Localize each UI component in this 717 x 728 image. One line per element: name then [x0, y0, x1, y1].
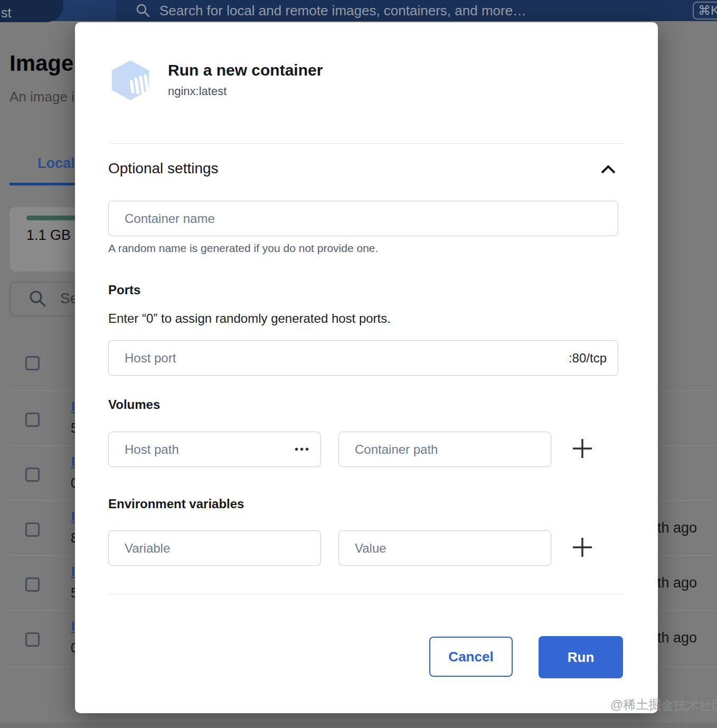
row-checkbox[interactable]: [25, 356, 40, 370]
dialog-title: Run a new container: [168, 61, 323, 79]
browse-host-path-button[interactable]: •••: [295, 432, 310, 466]
container-name-input[interactable]: [108, 201, 618, 236]
chevron-up-icon: [600, 164, 616, 175]
image-created-text: th ago: [657, 520, 710, 536]
tab-local[interactable]: Local: [37, 155, 75, 172]
container-port-suffix: :80/tcp: [569, 340, 607, 376]
plus-icon: [571, 536, 594, 559]
disk-usage-text: 1.1 GB /: [26, 227, 79, 244]
status-bar: [0, 723, 717, 728]
optional-settings-label: Optional settings: [108, 160, 219, 177]
row-checkbox[interactable]: [25, 522, 40, 537]
image-name-link[interactable]: I: [71, 399, 75, 415]
collapse-section-button[interactable]: [599, 163, 617, 178]
run-button[interactable]: Run: [539, 636, 623, 678]
host-port-input[interactable]: [108, 340, 618, 376]
watermark-text: @稀土掘金技术社区: [610, 696, 717, 713]
row-checkbox[interactable]: [25, 632, 40, 647]
search-icon: [135, 3, 151, 18]
row-checkbox[interactable]: [25, 577, 40, 592]
active-tag-chip-label: st: [1, 5, 11, 21]
global-search-placeholder: Search for local and remote images, cont…: [159, 0, 526, 21]
run-container-dialog: Run a new container nginx:latest Optiona…: [75, 22, 658, 713]
environment-variables-heading: Environment variables: [108, 497, 244, 511]
image-name-link[interactable]: I: [71, 564, 75, 580]
dialog-subtitle-image-tag: nginx:latest: [168, 85, 227, 98]
search-icon: [29, 290, 48, 309]
page-subtitle: An image i: [10, 89, 74, 105]
row-checkbox[interactable]: [25, 413, 40, 427]
ports-description: Enter “0” to assign randomly generated h…: [108, 311, 391, 326]
keyboard-shortcut-badge: ⌘K: [693, 2, 717, 20]
env-value-input[interactable]: [338, 530, 551, 566]
env-variable-input[interactable]: [108, 530, 321, 566]
ports-heading: Ports: [108, 283, 140, 297]
container-path-input[interactable]: [338, 432, 551, 467]
image-created-text: th ago: [657, 575, 710, 591]
container-box-icon: [108, 59, 153, 101]
host-path-input[interactable]: [108, 432, 321, 467]
image-name-link[interactable]: I: [71, 619, 75, 635]
global-search-input[interactable]: Search for local and remote images, cont…: [116, 0, 717, 21]
container-name-helper-text: A random name is generated if you do not…: [108, 242, 378, 255]
cancel-button[interactable]: Cancel: [429, 637, 513, 677]
divider: [108, 143, 624, 144]
ellipsis-icon: •••: [295, 443, 310, 455]
row-checkbox[interactable]: [25, 468, 40, 482]
add-env-variable-button[interactable]: [570, 535, 595, 561]
divider: [108, 594, 624, 594]
page-title: Image: [10, 51, 73, 76]
plus-icon: [571, 437, 594, 460]
image-created-text: th ago: [657, 630, 710, 646]
add-volume-button[interactable]: [570, 436, 595, 462]
active-tag-chip[interactable]: st: [0, 0, 63, 22]
image-name-link[interactable]: I: [71, 454, 75, 470]
image-name-link[interactable]: I: [71, 509, 75, 525]
top-bar: st Search for local and remote images, c…: [0, 0, 717, 21]
volumes-heading: Volumes: [108, 397, 160, 412]
